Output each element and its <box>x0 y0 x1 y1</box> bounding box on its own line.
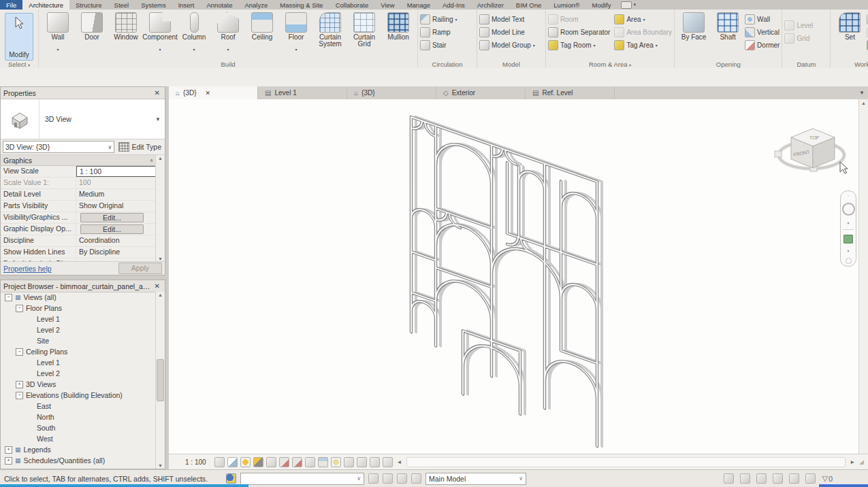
tree-item[interactable]: ▦ Level 1 <box>1 314 156 324</box>
ribbon-tab[interactable]: Analyze <box>238 0 274 10</box>
tree-expand-icon[interactable]: + <box>5 446 12 454</box>
tree-item[interactable]: + ▦ 3D Views <box>1 379 156 390</box>
view-control-icon[interactable] <box>227 457 238 467</box>
modify-button[interactable]: Modify <box>5 13 33 61</box>
ribbon-tab[interactable]: Annotate <box>200 0 238 10</box>
tree-item[interactable]: + ▦ Schedules/Quantities (all) <box>1 455 156 466</box>
tree-expand-icon[interactable]: + <box>16 381 23 388</box>
build-button[interactable]: Floor ▾ <box>279 11 313 53</box>
view-tab[interactable]: ◇ Exterior ✕ <box>436 86 526 99</box>
view-tab-overflow-icon[interactable]: ▼ <box>856 86 868 99</box>
editable-only-icon[interactable] <box>368 473 379 484</box>
build-button[interactable]: Roof ▾ <box>211 11 245 53</box>
ribbon-small-button[interactable]: Ramp▾ <box>420 26 475 39</box>
zoom-icon[interactable] <box>843 235 853 244</box>
ribbon-small-button[interactable]: Model Text▾ <box>479 13 543 26</box>
active-only-icon[interactable] <box>724 473 734 484</box>
tree-item[interactable]: ▦ West <box>1 433 156 444</box>
nav-dropdown-icon[interactable]: ▾ <box>847 248 849 253</box>
main-model-combo[interactable]: Main Model∨ <box>425 473 526 485</box>
steering-wheel-icon[interactable] <box>842 203 855 216</box>
property-row[interactable]: Show Hidden Lines By Discipline <box>1 247 156 258</box>
panel-label-select[interactable]: Select ▾ <box>0 61 38 68</box>
property-row[interactable]: Visibility/Graphics ... Edit... <box>1 212 156 224</box>
type-selector[interactable]: 3D View ▼ <box>1 99 165 139</box>
tree-item[interactable]: − ▦ Floor Plans <box>1 303 156 314</box>
view-control-icon[interactable] <box>279 457 289 467</box>
nav-top-icon[interactable]: ◦ <box>848 193 849 198</box>
ribbon-small-button[interactable]: Tag Room▾ <box>548 39 610 52</box>
view-tab[interactable]: ⌂ {3D} ✕ <box>347 86 436 99</box>
view-tab[interactable]: ⌂ {3D} ✕ <box>169 86 258 99</box>
scroll-down-icon[interactable]: ▼ <box>158 463 163 468</box>
ribbon-small-button[interactable]: Wall▾ <box>745 13 779 26</box>
close-icon[interactable]: ✕ <box>152 282 162 290</box>
scale-button[interactable]: 1 : 100 <box>185 458 206 466</box>
section-collapse-icon[interactable]: ∧ <box>150 158 153 163</box>
view-control-icon[interactable] <box>266 457 276 467</box>
tree-expand-icon[interactable]: − <box>16 392 23 399</box>
ribbon-tab[interactable]: Archilizer <box>471 0 510 10</box>
ribbon-small-button[interactable]: Grid▾ <box>784 32 828 45</box>
close-icon[interactable]: ✕ <box>206 90 211 97</box>
ribbon-small-button[interactable]: Dormer▾ <box>745 39 779 52</box>
build-button[interactable]: Curtain Grid ▾ <box>347 11 381 53</box>
ribbon-tab[interactable]: File <box>0 0 22 10</box>
view-control-icon[interactable] <box>305 457 315 467</box>
ribbon-small-button[interactable]: Vertical▾ <box>745 26 779 39</box>
tree-expand-icon[interactable]: − <box>16 348 23 356</box>
build-button[interactable]: Component ▾ <box>143 11 177 53</box>
view-control-icon[interactable] <box>253 457 263 467</box>
property-row[interactable]: Parts Visibility Show Original <box>1 201 156 212</box>
ribbon-tab[interactable]: Manage <box>401 0 436 10</box>
view-control-icon[interactable] <box>370 457 380 467</box>
ribbon-tab[interactable]: View <box>374 0 400 10</box>
selection-filter-icon[interactable]: ▽0 <box>822 474 833 483</box>
build-button[interactable]: Mullion ▾ <box>381 11 415 53</box>
drawing-canvas[interactable]: TOP FRONT ◦ ▾ ▾ ▲ <box>169 99 868 454</box>
close-icon[interactable]: ✕ <box>152 89 162 97</box>
background-process-icon[interactable] <box>773 473 783 484</box>
build-button[interactable]: Wall ▾ <box>41 11 75 53</box>
nav-bottom-icon[interactable] <box>846 258 852 264</box>
panel-label-room-area[interactable]: Room & Area ▾ <box>546 61 674 68</box>
ribbon-tab[interactable]: Add-Ins <box>436 0 471 10</box>
ribbon-small-button[interactable]: Level▾ <box>784 19 828 32</box>
scroll-up-icon[interactable]: ▲ <box>158 156 163 161</box>
edit-type-button[interactable]: Edit Type <box>117 142 163 152</box>
property-row[interactable]: Graphic Display Op... Edit... <box>1 224 156 235</box>
pin-icon[interactable] <box>383 473 393 484</box>
ribbon-small-button[interactable]: Area▾ <box>614 13 672 26</box>
resize-grip-icon[interactable]: ◢ <box>859 458 864 465</box>
apply-button[interactable]: Apply <box>118 263 162 274</box>
view-control-icon[interactable] <box>331 457 341 467</box>
select-pinned-icon[interactable] <box>805 473 816 484</box>
section-header-graphics[interactable]: Graphics ∧ <box>1 155 156 166</box>
chevron-down-icon[interactable]: ▼ <box>155 99 165 139</box>
ribbon-small-button[interactable]: Model Line▾ <box>479 26 543 39</box>
ribbon-small-button[interactable]: Room Separator▾ <box>548 26 610 39</box>
horizontal-scrollbar-track[interactable] <box>406 457 846 467</box>
scroll-up-icon[interactable]: ▲ <box>861 101 866 105</box>
view-control-icon[interactable] <box>240 457 251 467</box>
ribbon-small-button[interactable]: Railing▾ <box>420 13 475 26</box>
ribbon-small-button[interactable]: Room▾ <box>548 13 610 26</box>
tree-item[interactable]: − ▦ Elevations (Building Elevation) <box>1 390 156 401</box>
view-control-icon[interactable] <box>214 457 225 467</box>
ribbon-tab[interactable]: Insert <box>172 0 201 10</box>
ribbon-small-button[interactable]: Tag Area▾ <box>614 39 672 52</box>
ribbon-tab[interactable]: Systems <box>135 0 172 10</box>
tree-item[interactable]: ▦ North <box>1 412 156 422</box>
scroll-up-icon[interactable]: ▲ <box>158 292 163 297</box>
view-tab[interactable]: ▤ Level 1 ✕ <box>258 86 347 99</box>
browser-title-bar[interactable]: Project Browser - bimmoar_curtain_panel_… <box>1 280 165 292</box>
tree-expand-icon[interactable]: − <box>16 305 23 312</box>
ribbon-tab[interactable]: Steel <box>108 0 135 10</box>
view-control-icon[interactable] <box>383 457 393 467</box>
ribbon-small-button[interactable]: Model Group▾ <box>479 39 543 52</box>
tree-item[interactable]: ▦ Level 2 <box>1 368 156 379</box>
ribbon-tab[interactable]: Modify <box>585 0 617 10</box>
property-row[interactable]: Detail Level Medium <box>1 189 156 201</box>
build-button[interactable]: Column ▾ <box>177 11 211 53</box>
scrollbar-thumb[interactable] <box>157 359 164 401</box>
